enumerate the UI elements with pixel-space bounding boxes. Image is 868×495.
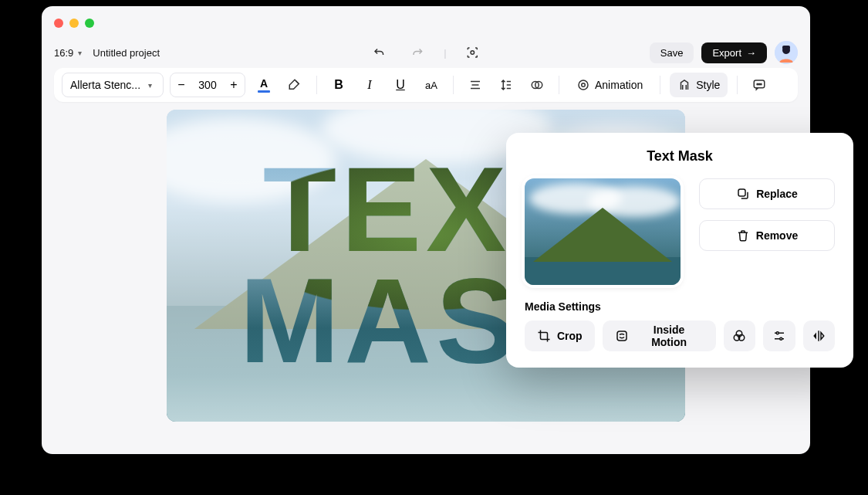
chevron-down-icon: ▾ bbox=[78, 49, 82, 57]
font-size-decrease[interactable]: − bbox=[171, 73, 192, 97]
svg-point-28 bbox=[780, 337, 782, 340]
color-filter-button[interactable] bbox=[724, 320, 756, 351]
align-icon bbox=[468, 78, 482, 92]
media-settings-label: Media Settings bbox=[525, 300, 835, 313]
italic-button[interactable]: I bbox=[357, 73, 382, 97]
window-controls bbox=[54, 19, 94, 28]
svg-point-12 bbox=[579, 80, 588, 90]
arrow-right-icon: → bbox=[746, 47, 756, 59]
adjust-button[interactable] bbox=[763, 320, 795, 351]
crop-button[interactable]: Crop bbox=[525, 320, 595, 351]
save-button[interactable]: Save bbox=[650, 42, 694, 63]
redo-button[interactable] bbox=[405, 40, 430, 65]
export-button[interactable]: Export → bbox=[701, 42, 767, 63]
top-bar: 16:9 ▾ Untitled project | S bbox=[42, 40, 810, 65]
highlight-icon bbox=[288, 78, 302, 92]
user-avatar[interactable] bbox=[775, 41, 798, 64]
divider bbox=[559, 76, 559, 94]
svg-point-18 bbox=[759, 83, 761, 85]
text-color-icon: A bbox=[258, 77, 270, 93]
svg-rect-21 bbox=[617, 331, 627, 341]
replace-icon bbox=[736, 187, 750, 201]
svg-point-27 bbox=[776, 332, 778, 334]
aspect-ratio-dropdown[interactable]: 16:9 ▾ bbox=[54, 47, 82, 59]
scan-icon bbox=[466, 46, 480, 59]
overlap-icon bbox=[530, 78, 544, 92]
text-mask-panel: Text Mask Replace Remove Media Settings bbox=[506, 133, 853, 368]
separator: | bbox=[444, 47, 446, 59]
svg-point-13 bbox=[582, 83, 586, 87]
font-family-dropdown[interactable]: Allerta Stenc... ▾ bbox=[62, 73, 164, 97]
motion-icon bbox=[615, 329, 629, 343]
svg-rect-20 bbox=[738, 189, 745, 196]
animation-button[interactable]: Animation bbox=[569, 73, 650, 97]
format-toolbar: Allerta Stenc... ▾ − + A B I U aA bbox=[54, 68, 798, 102]
remove-button[interactable]: Remove bbox=[699, 220, 835, 251]
font-size-stepper: − + bbox=[170, 73, 245, 97]
chevron-down-icon: ▾ bbox=[148, 81, 152, 90]
export-label: Export bbox=[712, 47, 741, 59]
divider bbox=[316, 76, 317, 94]
redo-icon bbox=[410, 46, 424, 59]
window-titlebar bbox=[42, 6, 810, 40]
bold-button[interactable]: B bbox=[326, 73, 351, 97]
inside-motion-label: Inside Motion bbox=[635, 324, 704, 348]
text-color-button[interactable]: A bbox=[252, 73, 276, 97]
font-size-increase[interactable]: + bbox=[223, 73, 245, 97]
replace-button[interactable]: Replace bbox=[699, 178, 835, 209]
project-title[interactable]: Untitled project bbox=[93, 47, 160, 59]
crop-label: Crop bbox=[557, 330, 583, 342]
flip-button[interactable] bbox=[803, 320, 836, 351]
underline-button[interactable]: U bbox=[388, 73, 413, 97]
animation-label: Animation bbox=[595, 79, 643, 91]
line-spacing-icon bbox=[499, 78, 513, 92]
chat-button[interactable] bbox=[747, 73, 772, 97]
inside-motion-button[interactable]: Inside Motion bbox=[603, 320, 716, 351]
animation-icon bbox=[576, 78, 590, 92]
line-spacing-button[interactable] bbox=[494, 73, 518, 97]
svg-rect-3 bbox=[782, 46, 790, 49]
sliders-icon bbox=[772, 329, 786, 343]
align-button[interactable] bbox=[463, 73, 488, 97]
svg-point-17 bbox=[757, 83, 758, 85]
svg-point-19 bbox=[761, 83, 762, 85]
right-controls: Save Export → bbox=[650, 41, 798, 64]
divider bbox=[737, 76, 738, 94]
divider bbox=[453, 76, 454, 94]
highlight-button[interactable] bbox=[282, 73, 307, 97]
font-family-value: Allerta Stenc... bbox=[70, 79, 140, 91]
close-window-button[interactable] bbox=[54, 19, 63, 28]
center-controls: | bbox=[366, 40, 485, 65]
style-icon bbox=[677, 78, 691, 92]
minimize-window-button[interactable] bbox=[69, 19, 79, 28]
effects-button[interactable] bbox=[525, 73, 549, 97]
divider bbox=[660, 76, 660, 94]
undo-button[interactable] bbox=[366, 40, 391, 65]
panel-title: Text Mask bbox=[525, 148, 835, 164]
scan-button[interactable] bbox=[461, 40, 485, 65]
undo-icon bbox=[372, 46, 386, 59]
flip-icon bbox=[812, 329, 826, 343]
trash-icon bbox=[736, 229, 750, 242]
replace-label: Replace bbox=[756, 188, 798, 200]
remove-label: Remove bbox=[756, 229, 798, 242]
fullscreen-window-button[interactable] bbox=[85, 19, 94, 28]
text-case-button[interactable]: aA bbox=[419, 73, 444, 97]
aspect-ratio-value: 16:9 bbox=[54, 47, 73, 59]
chat-icon bbox=[752, 78, 766, 92]
style-button[interactable]: Style bbox=[670, 73, 728, 97]
crop-icon bbox=[537, 329, 551, 343]
font-size-input[interactable] bbox=[192, 79, 223, 91]
mask-media-thumbnail[interactable] bbox=[525, 178, 681, 285]
style-label: Style bbox=[696, 79, 720, 91]
svg-point-0 bbox=[471, 51, 475, 55]
color-filter-icon bbox=[732, 329, 746, 343]
